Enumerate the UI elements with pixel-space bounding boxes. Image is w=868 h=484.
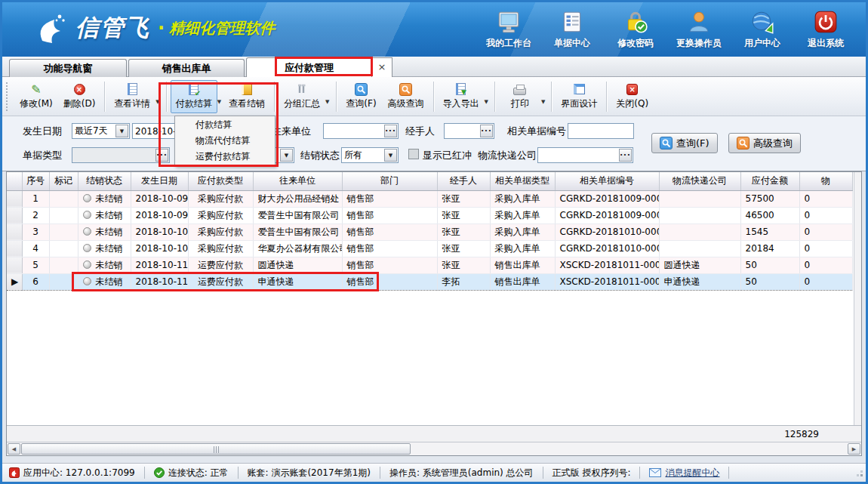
column-header[interactable]: 标记 bbox=[49, 172, 78, 190]
payment-settle-dropdown-icon[interactable]: ▼ bbox=[217, 99, 221, 105]
import-export-dropdown-icon[interactable]: ▼ bbox=[485, 99, 488, 105]
column-header[interactable]: 部门 bbox=[342, 172, 437, 190]
menu-item-logistics-agency-settle[interactable]: 物流代付结算 bbox=[175, 133, 275, 149]
vendor-input[interactable]: ··· bbox=[323, 123, 399, 139]
logistics-picker-icon[interactable]: ··· bbox=[619, 149, 632, 162]
button-label: 查看结销 bbox=[229, 97, 265, 110]
column-header[interactable]: 发生日期 bbox=[131, 172, 188, 190]
tab-close-icon[interactable]: × bbox=[372, 57, 392, 77]
query-button[interactable]: 查询(F) bbox=[651, 133, 718, 153]
chevron-down-icon[interactable]: ▼ bbox=[280, 149, 293, 162]
vendor-picker-icon[interactable]: ··· bbox=[384, 125, 397, 137]
scrollbar-thumb[interactable] bbox=[21, 443, 411, 455]
horizontal-scrollbar[interactable]: ◀ ▶ bbox=[7, 442, 861, 455]
tab-sales-outbound[interactable]: 销售出库单 bbox=[128, 59, 245, 77]
column-header[interactable]: 相关单据编号 bbox=[555, 172, 659, 190]
doc-type-input[interactable]: ··· bbox=[72, 147, 170, 163]
print-button[interactable]: 打印 bbox=[499, 80, 541, 113]
vertical-scrollbar[interactable] bbox=[854, 172, 861, 425]
ui-design-button[interactable]: 界面设计 bbox=[556, 80, 602, 113]
status-message-center[interactable]: 消息提醒中心 bbox=[640, 467, 729, 479]
menu-item-freight-payment-settle[interactable]: 运费付款结算 bbox=[175, 149, 275, 165]
column-header[interactable]: 序号 bbox=[22, 172, 49, 190]
filter-panel: 发生日期 最近7天 ▼ 2018-10-0 往来单位 ··· 经手人 ··· 相… bbox=[0, 116, 868, 171]
table-cell: 50 bbox=[740, 257, 799, 273]
resize-grip[interactable] bbox=[860, 474, 863, 476]
nav-switch-operator[interactable]: 更换操作员 bbox=[667, 9, 731, 50]
table-cell: 采购入库单 bbox=[490, 190, 555, 207]
table-row[interactable]: 2未结销2018-10-09采购应付款爱普生中国有限公司销售部张亚采购入库单CG… bbox=[7, 207, 852, 224]
button-label: 高级查询 bbox=[388, 97, 424, 110]
group-summary-button[interactable]: 分组汇总 bbox=[279, 80, 325, 113]
writeoff-select[interactable]: 所有 ▼ bbox=[341, 147, 399, 163]
table-row[interactable]: 4未结销2018-10-10采购应付款华夏办公器材有限公司销售部张亚采购入库单C… bbox=[7, 240, 852, 257]
table-cell: 5 bbox=[22, 257, 49, 273]
print-dropdown-icon[interactable]: ▼ bbox=[541, 99, 545, 105]
scroll-right-icon[interactable]: ▶ bbox=[848, 443, 860, 455]
column-header[interactable]: 应付款类型 bbox=[188, 172, 253, 190]
column-header[interactable]: 往来单位 bbox=[253, 172, 342, 190]
table-cell: 财大办公用品经销处 bbox=[253, 190, 342, 207]
group-summary-dropdown-icon[interactable]: ▼ bbox=[325, 99, 329, 105]
advanced-query-button-toolbar[interactable]: 高级查询 bbox=[383, 80, 429, 113]
table-row[interactable]: 1未结销2018-10-09采购应付款财大办公用品经销处销售部张亚采购入库单CG… bbox=[7, 190, 852, 207]
nav-label: 修改密码 bbox=[617, 37, 654, 50]
status-text: 操作员: 系统管理员(admin) 总公司 bbox=[389, 467, 534, 479]
doc-type-picker-icon[interactable]: ··· bbox=[155, 149, 168, 162]
nav-user-center[interactable]: 用户中心 bbox=[731, 9, 794, 50]
button-label: 删除(D) bbox=[63, 97, 96, 110]
advanced-query-button[interactable]: 高级查询 bbox=[728, 133, 801, 153]
nav-my-workbench[interactable]: 我的工作台 bbox=[477, 9, 540, 50]
scroll-left-icon[interactable]: ◀ bbox=[8, 443, 20, 455]
handler-picker-icon[interactable]: ··· bbox=[480, 125, 493, 137]
table-cell: CGRKD-20181010-0004 bbox=[555, 240, 659, 257]
chevron-down-icon[interactable]: ▼ bbox=[384, 149, 397, 162]
view-writeoff-button[interactable]: 查看结销 bbox=[223, 80, 270, 113]
table-cell: 未结销 bbox=[78, 240, 131, 257]
view-detail-dropdown-icon[interactable]: ▼ bbox=[155, 99, 159, 105]
column-header[interactable]: 结销状态 bbox=[78, 172, 131, 190]
column-header[interactable]: 物流快递公司 bbox=[659, 172, 740, 190]
connection-ok-icon bbox=[154, 467, 165, 478]
column-header[interactable]: 相关单据类型 bbox=[490, 172, 555, 190]
import-export-button[interactable]: ▼ 导入导出 bbox=[438, 80, 485, 113]
tab-payables-management[interactable]: 应付款管理 bbox=[246, 57, 372, 77]
chevron-down-icon[interactable]: ▼ bbox=[115, 125, 128, 137]
handler-input[interactable]: ··· bbox=[444, 123, 494, 139]
table-cell: 销售部 bbox=[342, 207, 437, 224]
column-header[interactable]: 物 bbox=[799, 172, 852, 190]
table-cell: 爱普生中国有限公司 bbox=[253, 207, 342, 224]
table-row[interactable]: 5未结销2018-10-11运费应付款圆通快递销售部张亚销售出库单XSCKD-2… bbox=[7, 257, 852, 273]
query-button-toolbar[interactable]: 查询(F) bbox=[340, 80, 383, 113]
show-red-flush-checkbox[interactable] bbox=[408, 149, 419, 159]
menu-item-payment-settle[interactable]: 付款结算 bbox=[175, 117, 275, 133]
nav-document-center[interactable]: 单据中心 bbox=[540, 9, 604, 50]
date-range-select[interactable]: 最近7天 ▼ bbox=[72, 123, 130, 139]
column-header[interactable] bbox=[7, 172, 22, 190]
toolbar: ✎ 修改(M) × 删除(D) 查看详情 ▼ ✔ 付款结算 ▼ bbox=[0, 77, 868, 116]
table-cell: CGRKD-20181009-0002 bbox=[555, 207, 659, 224]
table-cell: 张亚 bbox=[437, 224, 490, 240]
nav-exit-system[interactable]: 退出系统 bbox=[794, 9, 857, 50]
table-row[interactable]: ▶6未结销2018-10-11运费应付款申通快递销售部李拓销售出库单XSCKD-… bbox=[7, 273, 852, 290]
related-no-input[interactable] bbox=[568, 123, 634, 139]
table-cell: 运费应付款 bbox=[188, 257, 253, 273]
brand: 信管飞 · 精细化管理软件 bbox=[32, 9, 275, 47]
nav-change-password[interactable]: 修改密码 bbox=[604, 9, 667, 50]
logistics-input[interactable]: ··· bbox=[537, 147, 633, 163]
table-cell: 采购应付款 bbox=[188, 207, 253, 224]
view-detail-button[interactable]: 查看详情 bbox=[109, 80, 155, 113]
button-label: 界面设计 bbox=[561, 97, 597, 110]
table-cell bbox=[49, 273, 78, 290]
close-button[interactable]: × 关闭(Q) bbox=[611, 80, 654, 113]
column-header[interactable]: 经手人 bbox=[437, 172, 490, 190]
tab-function-nav[interactable]: 功能导航窗 bbox=[9, 59, 127, 77]
table-row[interactable]: 3未结销2018-10-10采购应付款爱普生中国有限公司销售部张亚采购入库单CG… bbox=[7, 224, 852, 240]
column-header[interactable]: 应付金额 bbox=[740, 172, 799, 190]
toolbar-grip[interactable] bbox=[6, 82, 10, 111]
payment-settle-button[interactable]: ✔ 付款结算 bbox=[171, 80, 217, 113]
delete-button[interactable]: × 删除(D) bbox=[58, 80, 101, 113]
handler-filter-label: 经手人 bbox=[405, 124, 435, 139]
edit-button[interactable]: ✎ 修改(M) bbox=[14, 80, 58, 113]
table-cell: XSCKD-20181011-0006 bbox=[555, 273, 659, 290]
